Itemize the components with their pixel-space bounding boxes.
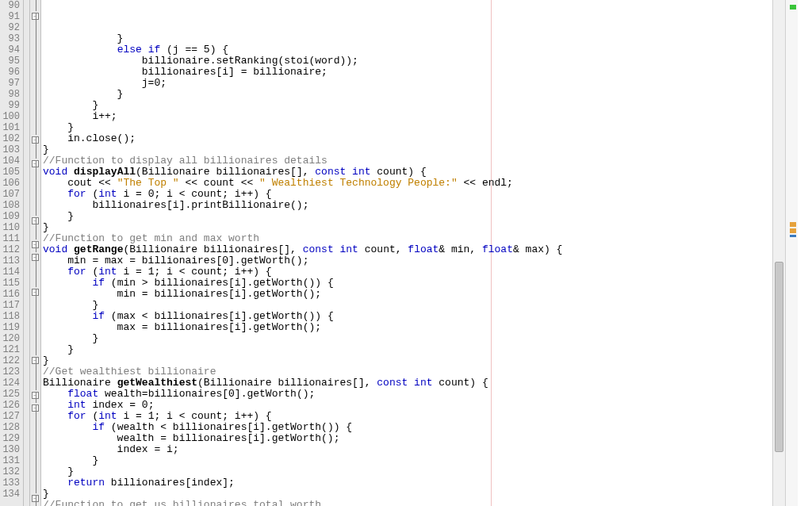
line-number: 128 bbox=[2, 422, 20, 433]
line-number-gutter: 9091929394959697989910010110210310410510… bbox=[0, 0, 24, 506]
line-number: 105 bbox=[2, 167, 20, 178]
line-number: 115 bbox=[2, 278, 20, 289]
code-line[interactable]: i++; bbox=[43, 111, 798, 122]
line-number: 98 bbox=[2, 89, 20, 100]
code-area[interactable]: } else if (j == 5) { billionaire.setRank… bbox=[41, 0, 798, 506]
code-line[interactable]: } bbox=[43, 89, 798, 100]
code-line[interactable]: wealth = billionaires[i].getWorth(); bbox=[43, 433, 798, 444]
code-line[interactable]: if (max < billionaires[i].getWorth()) { bbox=[43, 311, 798, 322]
code-line[interactable]: //Function to display all billionaires d… bbox=[43, 155, 798, 167]
line-number: 130 bbox=[2, 444, 20, 455]
line-number: 113 bbox=[2, 255, 20, 266]
line-number: 106 bbox=[2, 178, 20, 189]
code-line[interactable]: //Function to get min and max worth bbox=[43, 233, 798, 244]
line-number: 114 bbox=[2, 266, 20, 278]
line-number: 104 bbox=[2, 155, 20, 167]
line-number: 91 bbox=[2, 11, 20, 22]
code-line[interactable]: void getRange(Billionaire billionaires[]… bbox=[43, 244, 798, 255]
line-number: 109 bbox=[2, 211, 20, 222]
code-line[interactable]: max = billionaires[i].getWorth(); bbox=[43, 322, 798, 333]
line-number: 117 bbox=[2, 300, 20, 311]
code-line[interactable]: if (wealth < billionaires[i].getWorth())… bbox=[43, 422, 798, 433]
code-line[interactable]: return billionaires[index]; bbox=[43, 477, 798, 489]
code-line[interactable]: float wealth=billionaires[0].getWorth(); bbox=[43, 389, 798, 400]
line-number: 123 bbox=[2, 366, 20, 378]
line-number: 127 bbox=[2, 411, 20, 422]
code-line[interactable]: for (int i = 1; i < count; i++) { bbox=[43, 266, 798, 278]
line-number: 129 bbox=[2, 433, 20, 444]
line-number: 95 bbox=[2, 56, 20, 67]
code-line[interactable]: j=0; bbox=[43, 78, 798, 89]
code-line[interactable]: int index = 0; bbox=[43, 400, 798, 411]
line-number: 99 bbox=[2, 100, 20, 111]
code-line[interactable]: else if (j == 5) { bbox=[43, 44, 798, 56]
line-number: 124 bbox=[2, 378, 20, 389]
line-number: 93 bbox=[2, 33, 20, 44]
code-line[interactable]: billionaire.setRanking(stoi(word)); bbox=[43, 56, 798, 67]
line-number: 90 bbox=[2, 0, 20, 11]
code-line[interactable]: Billionaire getWealthiest(Billionaire bi… bbox=[43, 378, 798, 389]
marker-gutter bbox=[24, 0, 30, 506]
line-number: 96 bbox=[2, 67, 20, 78]
code-line[interactable]: min = billionaires[i].getWorth(); bbox=[43, 289, 798, 300]
code-line[interactable]: billionaires[i].printBillionaire(); bbox=[43, 200, 798, 211]
line-number: 97 bbox=[2, 78, 20, 89]
line-number: 121 bbox=[2, 344, 20, 355]
line-number: 110 bbox=[2, 222, 20, 233]
code-line[interactable]: } bbox=[43, 144, 798, 155]
code-line[interactable]: } bbox=[43, 100, 798, 111]
line-number: 107 bbox=[2, 189, 20, 200]
code-line[interactable]: //Function to get us billionaires total … bbox=[43, 500, 798, 506]
fold-gutter[interactable]: −−−−−−−−−−− bbox=[30, 0, 41, 506]
line-number: 101 bbox=[2, 122, 20, 133]
code-line[interactable]: } bbox=[43, 355, 798, 366]
code-line[interactable]: } bbox=[43, 455, 798, 466]
line-number: 133 bbox=[2, 477, 20, 489]
line-number: 111 bbox=[2, 233, 20, 244]
line-number: 125 bbox=[2, 389, 20, 400]
code-line[interactable]: } bbox=[43, 489, 798, 500]
code-line[interactable]: min = max = billionaires[0].getWorth(); bbox=[43, 255, 798, 266]
code-line[interactable]: for (int i = 1; i < count; i++) { bbox=[43, 411, 798, 422]
line-number: 119 bbox=[2, 322, 20, 333]
code-editor: 9091929394959697989910010110210310410510… bbox=[0, 0, 798, 506]
code-line[interactable]: cout << "The Top " << count << " Wealthi… bbox=[43, 178, 798, 189]
code-line[interactable]: billionaires[i] = billionaire; bbox=[43, 67, 798, 78]
line-number: 100 bbox=[2, 111, 20, 122]
code-line[interactable]: } bbox=[43, 211, 798, 222]
code-line[interactable]: index = i; bbox=[43, 444, 798, 455]
line-number: 102 bbox=[2, 133, 20, 144]
code-line[interactable]: } bbox=[43, 300, 798, 311]
overview-marker[interactable] bbox=[790, 5, 796, 10]
code-line[interactable]: } bbox=[43, 466, 798, 477]
line-number: 116 bbox=[2, 289, 20, 300]
line-number: 120 bbox=[2, 333, 20, 344]
code-line[interactable]: } bbox=[43, 122, 798, 133]
line-number: 118 bbox=[2, 311, 20, 322]
code-line[interactable]: for (int i = 0; i < count; i++) { bbox=[43, 189, 798, 200]
code-line[interactable]: in.close(); bbox=[43, 133, 798, 144]
code-line[interactable]: if (min > billionaires[i].getWorth()) { bbox=[43, 278, 798, 289]
line-number: 108 bbox=[2, 200, 20, 211]
line-number: 94 bbox=[2, 44, 20, 56]
code-line[interactable]: } bbox=[43, 333, 798, 344]
line-number: 112 bbox=[2, 244, 20, 255]
line-number: 126 bbox=[2, 400, 20, 411]
line-number: 103 bbox=[2, 144, 20, 155]
line-number: 122 bbox=[2, 355, 20, 366]
code-line[interactable]: void displayAll(Billionaire billionaires… bbox=[43, 167, 798, 178]
code-line[interactable]: } bbox=[43, 222, 798, 233]
line-number: 131 bbox=[2, 455, 20, 466]
line-number: 134 bbox=[2, 489, 20, 500]
code-line[interactable]: //Get wealthiest billionaire bbox=[43, 366, 798, 378]
code-line[interactable]: } bbox=[43, 344, 798, 355]
line-number: 132 bbox=[2, 466, 20, 477]
code-line[interactable]: } bbox=[43, 33, 798, 44]
line-number: 92 bbox=[2, 22, 20, 33]
